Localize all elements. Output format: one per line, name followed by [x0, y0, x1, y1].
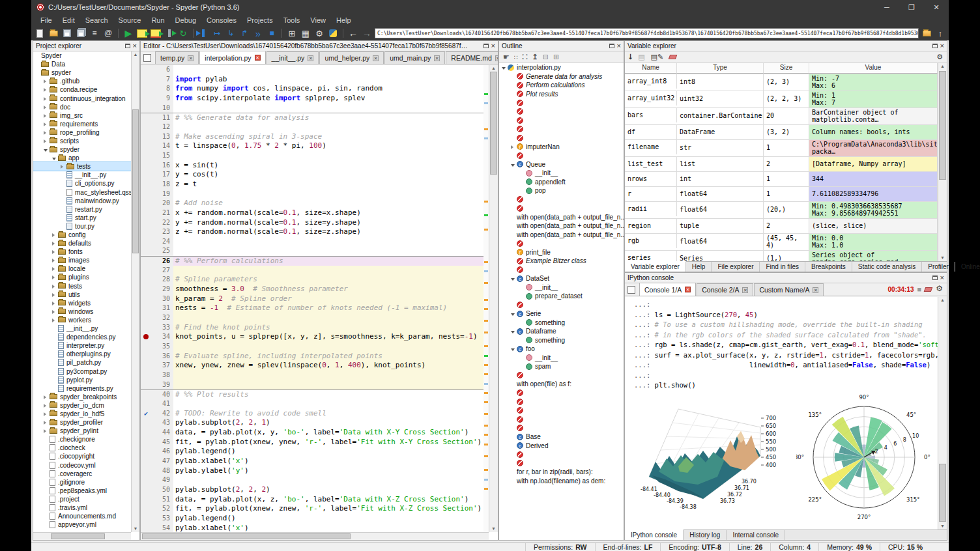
editor-gutter[interactable]: 18: [141, 180, 173, 190]
editor-tab-umd_main.py[interactable]: umd_main.py✕: [384, 51, 445, 64]
tree-item-start.py[interactable]: start.py: [33, 214, 131, 222]
toolbar-run-selection-button[interactable]: [164, 27, 175, 39]
code-line[interactable]: ✔42# TODO: Rewrite to avoid code smell: [141, 409, 483, 419]
editor-horizontal-scrollbar[interactable]: [141, 532, 489, 540]
console-output[interactable]: ...:...: ls = LightSource(270, 45)...: #…: [625, 297, 938, 530]
editor-gutter[interactable]: 33: [141, 323, 173, 333]
gutter-spacer[interactable]: [141, 190, 151, 199]
gutter-spacer[interactable]: [141, 161, 151, 171]
clear-console-icon[interactable]: [924, 287, 933, 292]
outline-item-cell[interactable]: [499, 204, 624, 213]
variable-row-series[interactable]: seriesSeries(1,)Series object of pandas.…: [625, 251, 938, 261]
outline-item-with open(file) as f:[interactable]: with open(file) as f:: [499, 380, 624, 389]
gutter-spacer[interactable]: [141, 342, 151, 352]
code-line[interactable]: 44data, = pylab.plot(x, y, 'bo-', label=…: [141, 428, 483, 438]
tree-item-tests[interactable]: tests: [33, 282, 131, 290]
close-pane-icon[interactable]: ×: [133, 42, 137, 49]
code-line[interactable]: 32: [141, 313, 483, 323]
code-line[interactable]: 6: [141, 65, 483, 75]
code-line[interactable]: 51data, = pylab.plot(x, z, 'bo-', label=…: [141, 495, 483, 505]
undock-icon[interactable]: [125, 44, 130, 48]
tree-item-rope_profiling[interactable]: rope_profiling: [33, 128, 131, 137]
code-line[interactable]: 36# Evaluate spline, including interpola…: [141, 352, 483, 361]
menu-projects[interactable]: Projects: [242, 16, 278, 24]
interrupt-kernel-icon[interactable]: ■: [917, 285, 922, 293]
expand-all-icon[interactable]: ⊞: [553, 53, 559, 61]
tree-item-.ciocheck[interactable]: .ciocheck: [33, 444, 131, 452]
editor-tab-README.md[interactable]: README.md✕: [446, 51, 498, 64]
code-line[interactable]: 45fit, = pylab.plot(xnew, ynew, 'r-', la…: [141, 438, 483, 447]
variable-row-array_int8[interactable]: array_int8int8(2, 3)Min: -7 Max: 6: [625, 74, 938, 91]
toolbar-python-path-button[interactable]: [327, 27, 339, 39]
code-editor[interactable]: 67import pylab8from numpy import cos, li…: [141, 65, 483, 532]
gutter-spacer[interactable]: [141, 294, 151, 304]
menu-help[interactable]: Help: [331, 16, 356, 24]
editor-gutter[interactable]: 43: [141, 418, 173, 428]
gutter-spacer[interactable]: [141, 246, 151, 256]
outline-item-Perform calculations[interactable]: Perform calculations: [499, 81, 624, 90]
chevron-right-icon[interactable]: [44, 393, 50, 401]
editor-gutter[interactable]: 25: [141, 246, 173, 256]
chevron-down-icon[interactable]: [511, 345, 517, 352]
code-line[interactable]: 27: [141, 266, 483, 276]
outline-item-__init__[interactable]: __init__: [499, 283, 624, 292]
editor-gutter[interactable]: 17: [141, 170, 173, 180]
code-line[interactable]: 8from numpy import cos, linspace, pi, si…: [141, 84, 483, 94]
editor-gutter[interactable]: 51: [141, 495, 173, 505]
toolbar-symbol-finder-button[interactable]: @: [102, 27, 114, 39]
close-tab-icon[interactable]: ✕: [685, 287, 691, 292]
variable-row-list_test[interactable]: list_testlist2[Dataframe, Numpy array]: [625, 157, 938, 172]
gutter-spacer[interactable]: [141, 504, 151, 514]
code-line[interactable]: 34knot_points, u = splprep([x, y, z], s=…: [141, 332, 483, 342]
gutter-spacer[interactable]: [141, 380, 151, 390]
code-line[interactable]: 46pylab.legend(): [141, 447, 483, 457]
close-pane-icon[interactable]: ×: [617, 42, 621, 49]
chevron-right-icon[interactable]: [44, 86, 50, 93]
tree-item-pyplot.py[interactable]: pyplot.py: [33, 376, 131, 384]
code-line[interactable]: 40# %% Plot results: [141, 389, 483, 399]
gutter-spacer[interactable]: [141, 227, 151, 237]
code-line[interactable]: 30k_param = 2 # Spline order: [141, 294, 483, 304]
editor-gutter[interactable]: 53: [141, 514, 173, 524]
gutter-spacer[interactable]: [141, 390, 151, 399]
code-line[interactable]: 49: [141, 475, 483, 485]
gutter-spacer[interactable]: [141, 361, 151, 371]
toolbar-back-button[interactable]: ←: [347, 27, 359, 39]
gutter-spacer[interactable]: [141, 399, 151, 409]
gutter-spacer[interactable]: [141, 94, 151, 104]
tree-item-continuous_integration[interactable]: continuous_integration: [33, 94, 131, 102]
tree-item-spyder_profiler[interactable]: spyder_profiler: [33, 418, 131, 427]
gutter-spacer[interactable]: [141, 257, 151, 266]
tab-Help[interactable]: Help: [686, 262, 712, 272]
tree-item-__init__.py[interactable]: __init__.py: [33, 171, 131, 179]
tab-History log[interactable]: History log: [684, 530, 727, 540]
editor-gutter[interactable]: 26: [141, 257, 173, 266]
toolbar-debug-button[interactable]: [197, 27, 209, 39]
editor-gutter[interactable]: 36: [141, 352, 173, 361]
tree-item-widgets[interactable]: widgets: [33, 299, 131, 307]
outline-item-cell[interactable]: [499, 459, 624, 468]
toolbar-parent-directory-button[interactable]: ↑: [934, 27, 946, 39]
tree-item-.travis.yml[interactable]: .travis.yml: [33, 503, 131, 512]
tab-Breakpoints[interactable]: Breakpoints: [805, 262, 852, 272]
code-line[interactable]: 53pylab.legend(): [141, 514, 483, 524]
gutter-spacer[interactable]: [141, 141, 151, 151]
tree-item-restart.py[interactable]: restart.py: [33, 205, 131, 214]
tree-item-spyder[interactable]: spyder: [33, 68, 131, 77]
chevron-right-icon[interactable]: [511, 143, 517, 150]
gutter-spacer[interactable]: [141, 304, 151, 313]
editor-vertical-scrollbar[interactable]: ▲▼: [489, 65, 498, 532]
editor-gutter[interactable]: 44: [141, 428, 173, 438]
toolbar-save-button[interactable]: [61, 27, 73, 39]
code-line[interactable]: 23z += random.normal(scale=0.1, size=z.s…: [141, 227, 483, 237]
breakpoint-icon[interactable]: [141, 332, 151, 342]
editor-gutter[interactable]: ✔42: [141, 409, 173, 419]
code-line[interactable]: 25: [141, 246, 483, 256]
gutter-spacer[interactable]: [141, 75, 151, 85]
tree-item-spyder[interactable]: spyder: [33, 145, 131, 154]
outline-item-cell[interactable]: [499, 371, 624, 380]
outline-item-with open(data_path + output_file_n...[interactable]: with open(data_path + output_file_n...: [499, 231, 624, 240]
outline-item-Example Bitzer class[interactable]: Example Bitzer class: [499, 257, 624, 266]
editor-gutter[interactable]: 50: [141, 485, 173, 495]
close-tab-icon[interactable]: ✕: [188, 55, 194, 61]
